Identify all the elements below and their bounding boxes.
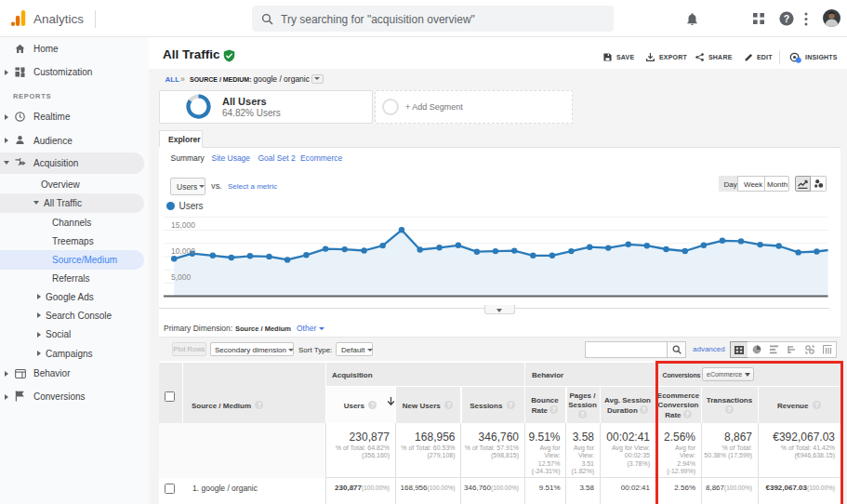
svg-text:?: ? xyxy=(784,13,789,24)
